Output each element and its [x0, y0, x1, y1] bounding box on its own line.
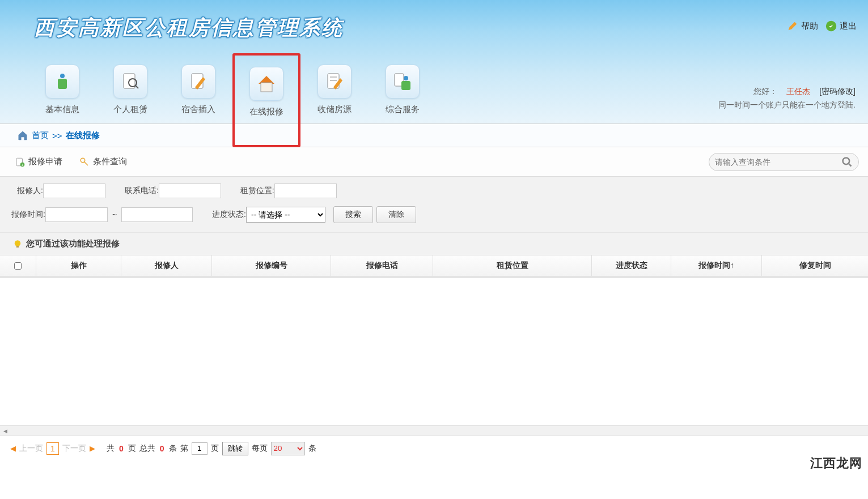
per-page-suffix: 条	[308, 443, 316, 454]
time-label: 报修时间:	[11, 210, 45, 220]
nav-store-housing[interactable]: 收储房源	[300, 59, 369, 147]
logout-link[interactable]: 退出	[825, 20, 857, 32]
search-box	[709, 153, 859, 171]
nav-dorm-insert[interactable]: 宿舍插入	[164, 59, 232, 147]
data-table: 操作 报修人 报修编号 报修电话 租赁位置 进度状态 报修时间↑ 修复时间	[0, 255, 868, 425]
document-pen-icon	[181, 65, 215, 99]
total-items-suffix: 条	[169, 443, 177, 454]
username: 王任杰	[786, 87, 810, 96]
nav-comprehensive[interactable]: 综合服务	[369, 59, 437, 147]
svg-rect-11	[404, 76, 408, 80]
location-input[interactable]	[274, 184, 337, 198]
bulb-icon	[12, 239, 23, 249]
table-header: 操作 报修人 报修编号 报修电话 租赁位置 进度状态 报修时间↑ 修复时间	[0, 255, 868, 278]
th-number[interactable]: 报修编号	[212, 255, 331, 276]
header: 西安高新区公租房信息管理系统 帮助 退出 您好： 王任杰 [密码修改] 同一时间…	[0, 0, 868, 123]
th-action[interactable]: 操作	[36, 255, 121, 276]
select-all-checkbox[interactable]	[14, 262, 22, 270]
nav-personal-rent[interactable]: 个人租赁	[96, 59, 164, 147]
clear-button[interactable]: 清除	[376, 206, 416, 223]
prev-arrow-icon[interactable]: ◀	[10, 444, 16, 453]
pager: ◀ 上一页 1 下一页 ▶ 共 0 页 总共 0 条 第 页 跳转 每页 20 …	[0, 436, 868, 460]
hscroll-bar[interactable]	[0, 425, 868, 436]
user-info: 您好： 王任杰 [密码修改] 同一时间一个账户只能在一个地方登陆.	[718, 85, 856, 111]
svg-rect-1	[58, 79, 67, 89]
th-checkbox	[0, 255, 36, 276]
change-password-link[interactable]: [密码修改]	[819, 87, 856, 96]
th-repair-time[interactable]: 报修时间↑	[671, 255, 762, 276]
phone-label: 联系电话:	[125, 186, 159, 196]
th-phone[interactable]: 报修电话	[331, 255, 433, 276]
time-sep: ~	[112, 210, 117, 219]
apply-icon: +	[15, 157, 25, 167]
page-prefix: 第	[180, 443, 188, 454]
page-suffix: 页	[211, 443, 219, 454]
svg-point-17	[843, 157, 850, 164]
toolbar: + 报修申请 条件查询	[0, 147, 868, 177]
search-icon[interactable]	[841, 156, 853, 168]
info-text: 您可通过该功能处理报修	[26, 238, 120, 249]
status-select[interactable]: -- 请选择 --	[246, 207, 325, 223]
time-from-input[interactable]	[45, 207, 108, 222]
th-reporter[interactable]: 报修人	[121, 255, 212, 276]
total-items-prefix: 总共	[139, 443, 155, 454]
total-items: 0	[160, 444, 164, 453]
table-body-empty	[0, 278, 868, 425]
help-link[interactable]: 帮助	[786, 20, 818, 32]
th-fix-time[interactable]: 修复时间	[762, 255, 868, 276]
app-title: 西安高新区公租房信息管理系统	[0, 14, 868, 42]
per-page-select[interactable]: 20	[271, 442, 305, 455]
location-label: 租赁位置:	[240, 186, 274, 196]
filter-bar: 报修人: 联系电话: 租赁位置: 报修时间: ~ 进度状态: -- 请选择 --…	[0, 177, 868, 233]
status-label: 进度状态:	[212, 210, 246, 220]
search-input[interactable]	[715, 157, 841, 167]
nav-basic-info[interactable]: 基本信息	[28, 59, 96, 147]
svg-rect-6	[261, 83, 272, 92]
search-button[interactable]: 搜索	[333, 206, 373, 223]
svg-rect-0	[60, 74, 65, 78]
th-location[interactable]: 租赁位置	[433, 255, 592, 276]
document-search-icon	[113, 65, 147, 99]
repair-apply-button[interactable]: + 报修申请	[15, 156, 62, 167]
reporter-label: 报修人:	[17, 186, 43, 196]
svg-line-4	[136, 86, 138, 88]
login-hint: 同一时间一个账户只能在一个地方登陆.	[718, 99, 856, 111]
house-icon	[249, 67, 283, 101]
next-page[interactable]: 下一页	[62, 443, 86, 454]
help-icon	[786, 20, 799, 32]
page-input[interactable]	[192, 442, 208, 455]
svg-rect-12	[401, 81, 410, 90]
total-pages-suffix: 页	[128, 443, 136, 454]
header-links: 帮助 退出	[786, 20, 857, 32]
svg-text:+: +	[21, 162, 24, 167]
document-edit-icon	[317, 65, 352, 99]
reporter-input[interactable]	[43, 184, 105, 198]
current-page[interactable]: 1	[46, 442, 59, 455]
th-status[interactable]: 进度状态	[592, 255, 671, 276]
time-to-input[interactable]	[121, 207, 193, 222]
key-search-icon	[79, 157, 90, 167]
svg-line-18	[849, 163, 852, 166]
prev-page[interactable]: 上一页	[19, 443, 43, 454]
svg-point-19	[15, 240, 21, 246]
person-icon	[45, 65, 79, 99]
greeting-label: 您好：	[753, 87, 777, 96]
logout-icon	[825, 20, 837, 32]
svg-rect-20	[16, 246, 19, 248]
condition-search-button[interactable]: 条件查询	[79, 156, 127, 167]
total-pages: 0	[119, 444, 124, 453]
total-pages-prefix: 共	[107, 443, 115, 454]
nav-online-repair[interactable]: 在线报修	[232, 53, 300, 147]
person-doc-icon	[386, 65, 420, 99]
phone-input[interactable]	[159, 184, 221, 198]
per-page-prefix: 每页	[252, 443, 268, 454]
info-bar: 您可通过该功能处理报修	[0, 233, 868, 255]
jump-button[interactable]: 跳转	[222, 442, 248, 455]
watermark: 江西龙网	[810, 455, 862, 472]
next-arrow-icon[interactable]: ▶	[90, 444, 95, 453]
